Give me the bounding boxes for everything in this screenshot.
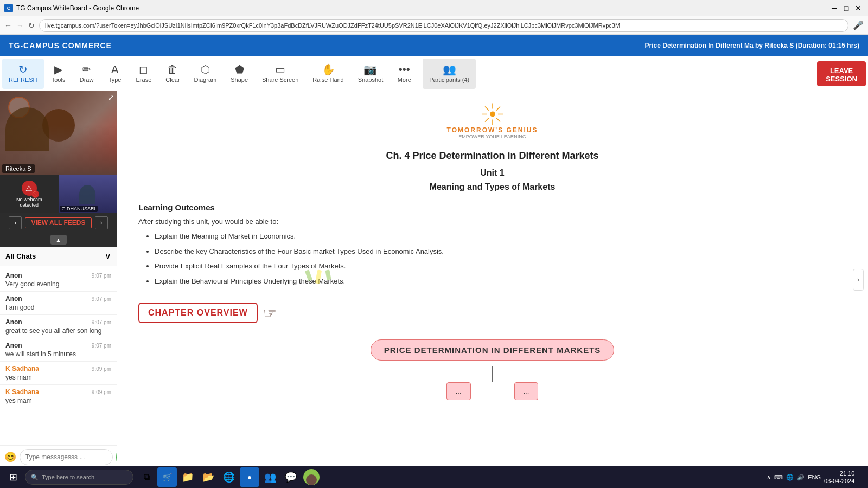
chat-input[interactable] [20, 449, 113, 465]
unit-subtitle: Meaning and Types of Markets [138, 182, 846, 192]
erase-icon: ◻ [139, 64, 148, 75]
diagram-label: Diagram [194, 76, 217, 83]
share-screen-button[interactable]: ▭ Share Screen [256, 59, 305, 89]
chat-sender-3: Anon [5, 318, 22, 326]
tree-connector [492, 366, 493, 382]
taskbar-app-whatsapp[interactable]: 💬 [281, 467, 301, 487]
chat-sender-1: Anon [5, 272, 22, 279]
raise-hand-button[interactable]: ✋ Raise Hand [306, 59, 350, 89]
sketch-3 [325, 269, 331, 280]
minimize-button[interactable]: ─ [829, 3, 840, 14]
taskbar-app-chrome[interactable]: ● [240, 467, 259, 487]
refresh-button[interactable]: ↻ REFRESH [2, 59, 44, 89]
chat-text-4: we will start in 5 minutes [5, 350, 111, 358]
feeds-prev-button[interactable]: ‹ [9, 216, 22, 229]
browser-icon: C [4, 4, 13, 12]
maximize-button[interactable]: □ [841, 3, 852, 14]
svg-line-5 [485, 107, 489, 111]
participants-button[interactable]: 👥 Participants (4) [423, 59, 476, 89]
learning-bullets: Explain the Meaning of Market in Economi… [138, 231, 846, 286]
chat-text-5: yes mam [5, 374, 111, 381]
chat-time-6: 9:09 pm [92, 389, 111, 395]
taskbar-app-store[interactable]: 🛒 [157, 467, 177, 487]
tools-icon: ▶ [54, 64, 62, 75]
scroll-right-hint[interactable]: › [853, 269, 864, 291]
raise-hand-label: Raise Hand [312, 76, 343, 83]
taskbar: ⊞ 🔍 Type here to search ⧉ 🛒 📁 📂 🌐 ● 👥 💬 … [0, 466, 868, 488]
diagram-button[interactable]: ⬡ Diagram [188, 59, 224, 89]
svg-line-6 [496, 118, 500, 122]
mic-icon[interactable]: 🎤 [853, 20, 864, 30]
feeds-next-button[interactable]: › [95, 216, 108, 229]
chat-sender-6: K Sadhana [5, 388, 39, 396]
presenter-name-tag: Riteeka S [2, 164, 35, 173]
chat-time-1: 9:07 pm [92, 273, 111, 279]
svg-point-0 [490, 112, 495, 117]
whiteboard-area: TOMORROW'S GENIUS EMPOWER YOUR LEARNING … [117, 91, 868, 468]
app-session-info: Price Determination In Different Ma by R… [645, 42, 859, 49]
close-button[interactable]: ✕ [853, 3, 864, 14]
presenter-video-feed [0, 91, 117, 175]
video-thumbnails: ⚠ 🚫 No webcamdetected G.DHANUSSRI [0, 175, 117, 213]
erase-label: Erase [136, 76, 152, 83]
chat-title: All Chats [5, 252, 36, 260]
clear-button[interactable]: 🗑 Clear [159, 59, 186, 89]
chat-text-3: great to see you all after son long [5, 327, 111, 335]
taskbar-chevron-icon[interactable]: ∧ [767, 474, 771, 481]
leave-session-button[interactable]: LEAVESESSION [817, 61, 866, 86]
taskbar-app-folder[interactable]: 📂 [199, 467, 218, 487]
address-bar: ← → ↻ 🎤 [0, 16, 868, 35]
nav-forward-icon[interactable]: → [16, 21, 24, 30]
address-input[interactable] [39, 19, 848, 32]
chapter-overview-badge: CHAPTER OVERVIEW [138, 303, 258, 323]
draw-icon: ✏ [82, 64, 91, 75]
start-button[interactable]: ⊞ [2, 467, 24, 487]
tg-logo-svg [479, 102, 506, 126]
chapter-title: Ch. 4 Price Determination in Different M… [138, 150, 846, 162]
tools-button[interactable]: ▶ Tools [45, 59, 72, 89]
taskbar-notification-icon[interactable]: □ [858, 474, 861, 480]
teacher-name: Riteeka S [764, 42, 794, 49]
expand-video-icon[interactable]: ⤢ [108, 93, 114, 102]
wb-logo: TOMORROW'S GENIUS EMPOWER YOUR LEARNING [138, 102, 846, 139]
chat-messages: Anon 9:07 pm Very good evening Anon 9:07… [0, 266, 117, 445]
clear-icon: 🗑 [167, 64, 178, 75]
taskbar-app-taskview[interactable]: ⧉ [137, 467, 156, 487]
taskbar-volume-icon: 🔊 [797, 474, 805, 481]
chat-sender-5: K Sadhana [5, 365, 39, 373]
bullet-3: Provide Explicit Real Examples of the Fo… [155, 261, 846, 272]
draw-button[interactable]: ✏ Draw [73, 59, 100, 89]
taskbar-app-edge[interactable]: 🌐 [219, 467, 239, 487]
taskbar-clock: 21:10 03-04-2024 [824, 470, 854, 485]
collapse-panel[interactable]: ▲ [0, 233, 117, 247]
logo-text-block: TOMORROW'S GENIUS EMPOWER YOUR LEARNING [447, 126, 538, 139]
participants-icon: 👥 [443, 64, 456, 75]
chat-time-5: 9:09 pm [92, 366, 111, 372]
taskbar-search[interactable]: 🔍 Type here to search [25, 470, 133, 485]
view-all-feeds-button[interactable]: VIEW ALL FEEDS [25, 217, 91, 228]
search-icon: 🔍 [31, 474, 39, 481]
chat-time-4: 9:07 pm [92, 343, 111, 349]
chat-message-2: Anon 9:07 pm I am good [0, 292, 117, 315]
nav-refresh-icon[interactable]: ↻ [28, 21, 35, 30]
taskbar-app-avatar[interactable] [302, 467, 321, 487]
no-cam-icon: ⚠ 🚫 [22, 181, 37, 196]
shape-button[interactable]: ⬟ Shape [224, 59, 254, 89]
chat-dropdown-icon[interactable]: ∨ [105, 251, 111, 261]
sketch-2 [315, 269, 322, 284]
bullet-2: Describe the key Characteristics of the … [155, 246, 846, 257]
emoji-icon[interactable]: 😊 [4, 451, 16, 463]
type-button[interactable]: A Type [101, 59, 129, 89]
participant-2-video: G.DHANUSSRI [59, 175, 117, 213]
chat-time-3: 9:07 pm [92, 319, 111, 325]
erase-button[interactable]: ◻ Erase [130, 59, 158, 89]
chat-message-3: Anon 9:07 pm great to see you all after … [0, 315, 117, 338]
more-button[interactable]: ••• More [391, 59, 418, 89]
snapshot-label: Snapshot [358, 76, 383, 83]
taskbar-app-files[interactable]: 📁 [178, 467, 197, 487]
chat-time-2: 9:07 pm [92, 296, 111, 302]
shape-label: Shape [231, 76, 248, 83]
snapshot-button[interactable]: 📷 Snapshot [352, 59, 390, 89]
taskbar-app-teams[interactable]: 👥 [260, 467, 280, 487]
nav-back-icon[interactable]: ← [4, 21, 12, 30]
